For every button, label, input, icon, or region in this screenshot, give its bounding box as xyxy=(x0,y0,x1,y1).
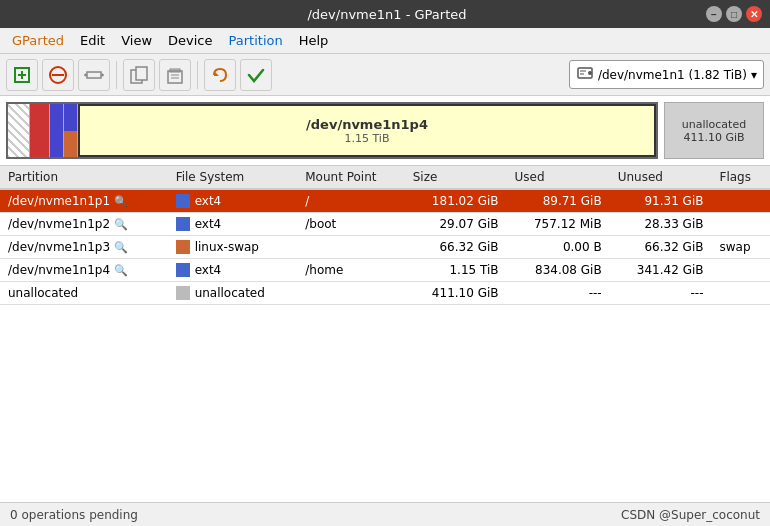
cell-partition: /dev/nvme1n1p4🔍 xyxy=(0,259,168,282)
cell-filesystem: ext4 xyxy=(168,213,298,236)
table-row[interactable]: /dev/nvme1n1p4🔍ext4/home1.15 TiB834.08 G… xyxy=(0,259,770,282)
col-size: Size xyxy=(405,166,507,189)
magnifier-icon: 🔍 xyxy=(114,241,128,254)
menu-edit[interactable]: Edit xyxy=(72,31,113,50)
cell-flags xyxy=(712,213,771,236)
menu-gparted[interactable]: GParted xyxy=(4,31,72,50)
cell-filesystem: ext4 xyxy=(168,259,298,282)
fs-color-block xyxy=(176,263,190,277)
title-bar: /dev/nvme1n1 - GParted − □ ✕ xyxy=(0,0,770,28)
toolbar: /dev/nvme1n1 (1.82 TiB) ▾ xyxy=(0,54,770,96)
partition-name-text: /dev/nvme1n1p4 xyxy=(8,263,110,277)
cell-unused: 91.31 GiB xyxy=(610,189,712,213)
partition-name-text: /dev/nvme1n1p3 xyxy=(8,240,110,254)
dv-p3[interactable] xyxy=(64,104,78,157)
undo-button[interactable] xyxy=(204,59,236,91)
maximize-button[interactable]: □ xyxy=(726,6,742,22)
svg-rect-5 xyxy=(87,72,101,78)
cell-filesystem: linux-swap xyxy=(168,236,298,259)
table-row[interactable]: /dev/nvme1n1p1🔍ext4/181.02 GiB89.71 GiB9… xyxy=(0,189,770,213)
cell-mount: / xyxy=(297,189,404,213)
cell-filesystem: ext4 xyxy=(168,189,298,213)
svg-point-18 xyxy=(588,71,592,75)
window-controls: − □ ✕ xyxy=(706,6,762,22)
dv-unalloc-size: 411.10 GiB xyxy=(683,131,744,144)
cell-partition: /dev/nvme1n1p3🔍 xyxy=(0,236,168,259)
apply-button[interactable] xyxy=(240,59,272,91)
col-partition: Partition xyxy=(0,166,168,189)
dv-unalloc-right: unallocated 411.10 GiB xyxy=(664,102,764,159)
cell-flags: swap xyxy=(712,236,771,259)
col-filesystem: File System xyxy=(168,166,298,189)
operations-count: 0 operations pending xyxy=(10,508,138,522)
dv-p4-label: /dev/nvme1n1p4 xyxy=(306,117,428,132)
menu-help[interactable]: Help xyxy=(291,31,337,50)
partition-table: Partition File System Mount Point Size U… xyxy=(0,166,770,305)
col-flags: Flags xyxy=(712,166,771,189)
cell-used: 757.12 MiB xyxy=(507,213,610,236)
device-icon xyxy=(576,64,594,85)
menu-partition[interactable]: Partition xyxy=(221,31,291,50)
device-selector[interactable]: /dev/nvme1n1 (1.82 TiB) ▾ xyxy=(569,60,764,89)
toolbar-sep-2 xyxy=(197,61,198,89)
dv-p4-size: 1.15 TiB xyxy=(345,132,390,145)
partition-name-text: /dev/nvme1n1p1 xyxy=(8,194,110,208)
fs-name: unallocated xyxy=(195,286,265,300)
cell-size: 411.10 GiB xyxy=(405,282,507,305)
magnifier-icon: 🔍 xyxy=(114,264,128,277)
cell-unused: 28.33 GiB xyxy=(610,213,712,236)
cell-used: --- xyxy=(507,282,610,305)
cell-used: 834.08 GiB xyxy=(507,259,610,282)
cell-partition: unallocated xyxy=(0,282,168,305)
window-title: /dev/nvme1n1 - GParted xyxy=(68,7,706,22)
cell-flags xyxy=(712,189,771,213)
dv-p3-bot xyxy=(64,131,77,158)
cell-flags xyxy=(712,259,771,282)
cell-unused: 66.32 GiB xyxy=(610,236,712,259)
minimize-button[interactable]: − xyxy=(706,6,722,22)
table-header-row: Partition File System Mount Point Size U… xyxy=(0,166,770,189)
cell-used: 0.00 B xyxy=(507,236,610,259)
partition-name-text: unallocated xyxy=(8,286,78,300)
menu-device[interactable]: Device xyxy=(160,31,220,50)
fs-name: ext4 xyxy=(195,263,222,277)
cell-size: 66.32 GiB xyxy=(405,236,507,259)
fs-color-block xyxy=(176,217,190,231)
fs-name: linux-swap xyxy=(195,240,259,254)
cell-unused: --- xyxy=(610,282,712,305)
cell-unused: 341.42 GiB xyxy=(610,259,712,282)
menu-view[interactable]: View xyxy=(113,31,160,50)
resize-button[interactable] xyxy=(78,59,110,91)
cell-size: 181.02 GiB xyxy=(405,189,507,213)
cell-size: 1.15 TiB xyxy=(405,259,507,282)
table-row[interactable]: /dev/nvme1n1p3🔍linux-swap66.32 GiB0.00 B… xyxy=(0,236,770,259)
paste-button[interactable] xyxy=(159,59,191,91)
table-row[interactable]: /dev/nvme1n1p2🔍ext4/boot29.07 GiB757.12 … xyxy=(0,213,770,236)
dv-p4[interactable]: /dev/nvme1n1p4 1.15 TiB xyxy=(78,104,656,157)
dv-unalloc-label: unallocated xyxy=(682,118,746,131)
col-mountpoint: Mount Point xyxy=(297,166,404,189)
credit-label: CSDN @Super_coconut xyxy=(621,508,760,522)
col-used: Used xyxy=(507,166,610,189)
cell-mount: /boot xyxy=(297,213,404,236)
disk-partition-bar: /dev/nvme1n1p4 1.15 TiB xyxy=(6,102,658,159)
cell-filesystem: unallocated xyxy=(168,282,298,305)
dv-unalloc-left xyxy=(8,104,30,157)
menu-bar: GParted Edit View Device Partition Help xyxy=(0,28,770,54)
dv-p2[interactable] xyxy=(50,104,64,157)
cell-partition: /dev/nvme1n1p2🔍 xyxy=(0,213,168,236)
copy-button[interactable] xyxy=(123,59,155,91)
new-button[interactable] xyxy=(6,59,38,91)
dv-p1[interactable] xyxy=(30,104,50,157)
close-button[interactable]: ✕ xyxy=(746,6,762,22)
table-row[interactable]: unallocatedunallocated411.10 GiB------ xyxy=(0,282,770,305)
svg-rect-13 xyxy=(168,71,182,83)
fs-color-block xyxy=(176,286,190,300)
cell-partition: /dev/nvme1n1p1🔍 xyxy=(0,189,168,213)
delete-button[interactable] xyxy=(42,59,74,91)
partition-table-wrap: Partition File System Mount Point Size U… xyxy=(0,166,770,502)
magnifier-icon: 🔍 xyxy=(114,218,128,231)
cell-mount xyxy=(297,282,404,305)
cell-flags xyxy=(712,282,771,305)
dv-p3-top xyxy=(64,104,77,131)
